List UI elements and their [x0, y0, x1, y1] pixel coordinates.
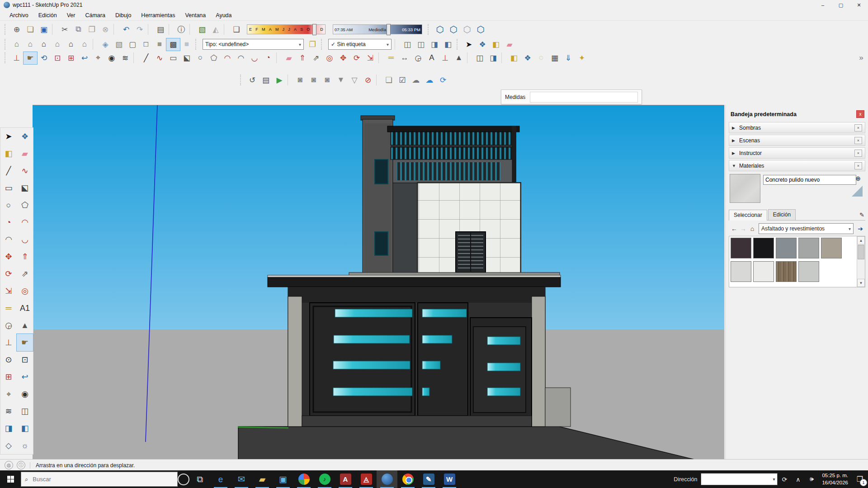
zoom-window-palette-icon[interactable]: ⊡ — [17, 351, 33, 368]
swatch-concreto-pulido[interactable] — [731, 261, 751, 282]
delete-icon[interactable]: ⊗ — [99, 23, 112, 36]
time-slider-thumb[interactable] — [387, 24, 391, 35]
axes-palette-icon[interactable]: ⊥ — [0, 334, 17, 351]
sep[interactable] — [378, 52, 383, 63]
offset-palette-icon[interactable]: ◎ — [17, 282, 33, 300]
sep[interactable] — [501, 52, 506, 63]
material-preview-thumbnail[interactable] — [730, 174, 760, 203]
toolbar-overflow-chevron[interactable]: » — [854, 52, 868, 64]
toggle-terrain-icon[interactable]: ◭ — [209, 23, 222, 36]
swatch-madera-listones[interactable] — [776, 261, 797, 282]
swatch-asfalto-negro[interactable] — [753, 238, 774, 258]
taskbar-acrobat-icon[interactable]: ◬ — [356, 470, 377, 488]
rotated-rectangle-icon[interactable]: ⬕ — [180, 52, 193, 64]
copy-icon[interactable]: ⧉ — [71, 23, 85, 36]
tray-section-materiales[interactable]: ▼ Materiales × — [729, 160, 865, 171]
entity-list-icon[interactable]: ▤ — [259, 74, 273, 86]
date-slider-thumb[interactable] — [312, 24, 316, 35]
section-fill-palette-icon[interactable]: ◨ — [0, 420, 17, 437]
classification-dropdown[interactable]: Tipo: <undefined> ▾ — [203, 39, 304, 50]
home-icon[interactable]: ⌂ — [748, 224, 757, 233]
section-plane-icon[interactable]: ◫ — [401, 38, 414, 51]
taskbar-chrome-icon[interactable] — [397, 470, 418, 488]
taskbar-explorer-icon[interactable]: ▰ — [252, 470, 273, 488]
tape-measure-icon[interactable]: ═ — [384, 52, 398, 64]
smart-tool-icon[interactable]: ✦ — [575, 52, 589, 64]
details-arrow-icon[interactable]: ➔ — [855, 224, 865, 234]
move-icon[interactable]: ✥ — [336, 52, 350, 64]
menu-item[interactable]: Edición — [33, 11, 62, 20]
undo-icon[interactable]: ↶ — [119, 23, 133, 36]
zoom-extents-palette-icon[interactable]: ⊞ — [0, 368, 17, 385]
collection-dropdown[interactable]: Asfaltado y revestimientos ▾ — [759, 223, 854, 234]
taskbar-edge-icon[interactable]: e — [210, 470, 231, 488]
camera-b-icon[interactable]: ◙ — [321, 74, 334, 86]
shadows-palette-icon[interactable]: ☼ — [17, 437, 33, 454]
3d-text-palette-icon[interactable]: ▲ — [17, 317, 33, 334]
materials-scrollbar[interactable]: ▲ ▼ — [857, 236, 865, 287]
import-icon[interactable]: ⇓ — [561, 52, 575, 64]
sep[interactable] — [113, 24, 118, 35]
menu-item[interactable]: Herramientas — [136, 11, 180, 20]
photo-texture-icon[interactable]: ◙ — [293, 74, 307, 86]
rectangle-icon[interactable]: ▭ — [166, 52, 180, 64]
sync-icon[interactable]: ⟳ — [436, 74, 450, 86]
pan-tool-icon[interactable]: ☛ — [24, 52, 37, 64]
circle-icon[interactable]: ○ — [193, 52, 207, 64]
offset-icon[interactable]: ◎ — [323, 52, 336, 64]
scroll-up-icon[interactable]: ▲ — [857, 236, 865, 244]
select-tool-icon[interactable]: ➤ — [0, 128, 17, 145]
section-fill-icon[interactable]: ◧ — [441, 38, 455, 51]
style-xray-icon[interactable]: ◈ — [99, 38, 112, 51]
hidden-icons-chevron[interactable]: ∧ — [791, 470, 805, 488]
create-material-icon[interactable]: ⊕ — [854, 174, 863, 183]
rotated-rectangle-palette-icon[interactable]: ⬕ — [17, 179, 33, 197]
tape-measure-palette-icon[interactable]: ═ — [0, 300, 17, 317]
push-pull-palette-icon[interactable]: ⇑ — [17, 248, 33, 265]
style-textured-icon[interactable]: ▩ — [166, 38, 180, 51]
3d-text-icon[interactable]: ▲ — [452, 52, 466, 64]
eraser-icon[interactable]: ▰ — [503, 38, 516, 51]
add-folder-icon[interactable]: ❏ — [382, 74, 396, 86]
rotate-palette-icon[interactable]: ⟳ — [0, 265, 17, 282]
component-tool-icon[interactable]: ❖ — [521, 52, 534, 64]
tray-section-instructor[interactable]: ▶ Instructor × — [729, 147, 865, 159]
swatch-concreto-blanco[interactable] — [753, 261, 774, 282]
rotate-icon[interactable]: ⟳ — [350, 52, 363, 64]
view-top-icon[interactable]: ⌂ — [24, 38, 37, 51]
pie-palette-icon[interactable]: ◔ — [0, 214, 17, 231]
style-back-edges-icon[interactable]: ▧ — [112, 38, 126, 51]
filter-b-icon[interactable]: ▽ — [348, 74, 361, 86]
model-viewport[interactable] — [33, 105, 724, 460]
follow-me-icon[interactable]: ⇗ — [309, 52, 323, 64]
view-iso-icon[interactable]: ⌂ — [10, 38, 24, 51]
scroll-down-icon[interactable]: ▼ — [857, 279, 865, 287]
save-icon[interactable]: ▣ — [37, 23, 51, 36]
camera-a-icon[interactable]: ◙ — [307, 74, 321, 86]
zoom-previous-palette-icon[interactable]: ↩ — [17, 368, 33, 385]
walk-palette-icon[interactable]: ≋ — [0, 403, 17, 420]
paint-tool-icon[interactable]: ◧ — [507, 52, 521, 64]
add-location-icon[interactable]: ▧ — [195, 23, 209, 36]
swatch-concreto-nuevo[interactable] — [798, 261, 819, 282]
swatch-asfalto-oscuro[interactable] — [731, 238, 751, 258]
zoom-previous-icon[interactable]: ↩ — [78, 52, 91, 64]
extension-warehouse-icon[interactable]: ⬡ — [474, 23, 487, 36]
tag-dropdown[interactable]: ✓ Sin etiqueta ▾ — [328, 39, 392, 50]
polygon-palette-icon[interactable]: ⬠ — [17, 197, 33, 214]
pie-icon[interactable]: ◔ — [261, 52, 275, 64]
line-palette-icon[interactable]: ╱ — [0, 162, 17, 179]
scale-icon[interactable]: ⇲ — [363, 52, 377, 64]
swatch-grava[interactable] — [821, 238, 842, 258]
sep[interactable] — [288, 75, 292, 85]
maximize-button[interactable]: ▢ — [832, 0, 850, 10]
sep[interactable] — [169, 24, 173, 35]
two-point-arc-palette-icon[interactable]: ◠ — [0, 231, 17, 248]
menu-item[interactable]: Cámara — [80, 11, 110, 20]
expand-arrow-icon[interactable]: ▶ — [732, 138, 739, 143]
style-shaded-icon[interactable]: ■ — [153, 38, 166, 51]
minimize-button[interactable]: – — [814, 0, 832, 10]
redo-icon[interactable]: ↷ — [133, 23, 146, 36]
section-plane-palette-icon[interactable]: ◫ — [17, 403, 33, 420]
view-right-icon[interactable]: ⌂ — [51, 38, 64, 51]
